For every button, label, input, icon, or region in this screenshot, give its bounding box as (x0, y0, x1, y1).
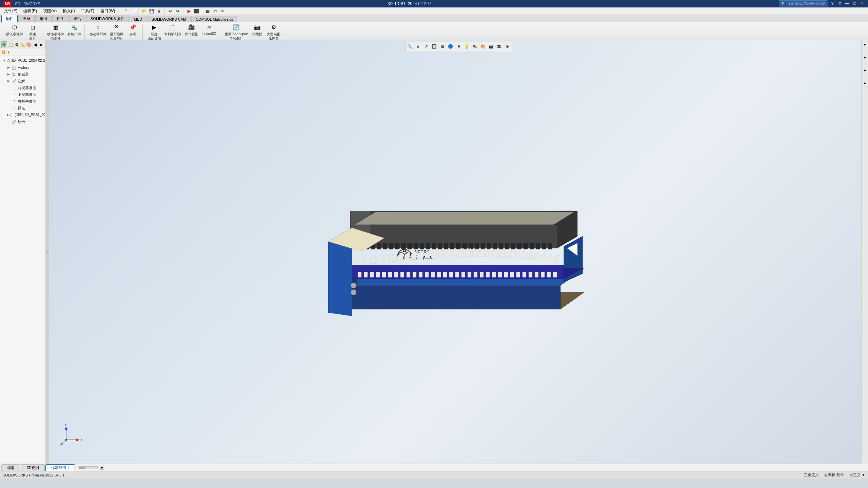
svg-rect-92 (407, 272, 410, 277)
right-panel-btn3[interactable]: ▶ (862, 67, 868, 73)
tree-fixed-part[interactable]: ▶ ⬡ (固定) 3D_PCB1_2024-02 (0, 111, 45, 118)
insert-component-btn[interactable]: ⬡ 插入零部件 (5, 22, 24, 42)
redo-button[interactable]: ↪ (174, 8, 181, 15)
motion-study-btn[interactable]: ▶ 新建运动算例 (146, 22, 162, 42)
vp-appearance-btn[interactable]: 🎨 (479, 43, 487, 50)
menu-edit[interactable]: 编辑(E) (21, 7, 40, 15)
tree-sensors[interactable]: ▶ 📡 传感器 (0, 71, 45, 78)
snapshot-btn[interactable]: 📷 拍快照 (250, 22, 265, 42)
vp-zoom-btn[interactable]: 🔍 (406, 43, 414, 50)
fixed-part-icon: ⬡ (10, 112, 14, 118)
vp-3d-btn[interactable]: 3D (496, 43, 503, 50)
scroll-thumb[interactable] (79, 467, 85, 469)
vp-scene-btn[interactable]: 🎭 (471, 43, 479, 50)
next-btn[interactable]: ▶ (39, 41, 44, 48)
feature-tree-btn[interactable]: 🌳 (1, 41, 7, 48)
appearance-btn[interactable]: 🎨 (26, 41, 32, 48)
tree-history[interactable]: ▶ 📋 History (0, 64, 45, 71)
settings-button[interactable]: ⚙ (837, 0, 843, 6)
vp-more-btn[interactable]: ⚙ (504, 43, 511, 50)
vp-frame-btn[interactable]: 🔲 (431, 43, 438, 50)
svg-marker-77 (513, 249, 518, 258)
smart-fastener-btn[interactable]: 🔩 智能扣件 (66, 22, 82, 42)
tree-right-plane[interactable]: ▶ ◻ 右视基准面 (0, 98, 45, 105)
snapshot-icon: 📷 (253, 23, 261, 31)
expand-button[interactable]: ≡ (219, 8, 226, 15)
tab-assembly[interactable]: 配件 (1, 15, 18, 22)
dim-expert-btn[interactable]: 📐 (20, 41, 25, 48)
property-manager-btn[interactable]: 📋 (8, 41, 13, 48)
settings-icon[interactable]: ⚙ (212, 8, 218, 15)
tree-notes[interactable]: ▶ 📝 注解 (0, 78, 45, 84)
play-button[interactable]: ▶ (185, 8, 192, 15)
reference-btn[interactable]: 📌 参考 (125, 22, 140, 42)
print-button[interactable]: 🖨 (156, 8, 162, 15)
tab-motion-study[interactable]: 运动算例 1 (45, 464, 75, 471)
vp-view-btn[interactable]: 🔵 (447, 43, 454, 50)
large-asm-btn[interactable]: ⚙ 大型装配体设置 (265, 22, 282, 42)
right-panel-btn4[interactable]: ▶ (862, 80, 868, 86)
vp-select-btn[interactable]: 🖱 (414, 43, 422, 50)
maximize-button[interactable]: □ (852, 0, 858, 6)
instant3d-btn[interactable]: 3D Instant3D (200, 22, 218, 42)
menu-file[interactable]: 文件(F) (1, 7, 20, 15)
new-part-btn[interactable]: ◻ 新建零件 (25, 22, 40, 42)
vp-section-btn[interactable]: ⊞ (439, 43, 446, 50)
tab-evaluate[interactable]: 详估 (69, 15, 85, 22)
tree-origin[interactable]: ▶ ✛ 原点 (0, 105, 45, 111)
menu-tools[interactable]: 工具(T) (78, 7, 97, 15)
insert-component-label: 插入零部件 (6, 32, 23, 37)
linear-pattern-btn[interactable]: ▦ 线性零部件的零件 (46, 22, 65, 42)
3d-viewport[interactable]: 🔍 🖱 ↗ 🔲 ⊞ 🔵 ■ 💡 🎭 🎨 📷 3D ⚙ (49, 40, 868, 464)
search-box[interactable]: 🔍 搜索 SOLIDWORKS 帮助 (779, 0, 828, 7)
grid-button[interactable]: ▦ (204, 8, 211, 15)
scroll-right-btn[interactable]: ▶ (100, 466, 104, 470)
config-manager-btn[interactable]: ⚙ (14, 41, 19, 48)
tab-comsol[interactable]: COMSOL Multiphysics (191, 16, 237, 22)
right-panel-btn1[interactable]: ▶ (862, 42, 868, 47)
tree-root[interactable]: ▼ ⬡ 3D_PCB1_2024-02-29 (默认) (0, 57, 45, 64)
menu-window[interactable]: 窗口(W) (98, 7, 118, 15)
undo-button[interactable]: ↩ (167, 8, 174, 15)
view-operation-btn[interactable]: 🎥 操作视图 (183, 22, 200, 42)
stop-button[interactable]: ⬛ (193, 8, 200, 15)
help-button[interactable]: ? (829, 0, 835, 6)
show-hide-btn[interactable]: 👁 显示隐藏的零部件 (108, 22, 125, 42)
move-component-btn[interactable]: ↕ 移动零部件 (88, 22, 108, 42)
tab-layout[interactable]: 布局 (18, 15, 35, 22)
vp-camera-btn[interactable]: 📷 (488, 43, 495, 50)
tab-sw-cam[interactable]: SOLIDWORKS CAM (147, 16, 191, 22)
save-button[interactable]: 💾 (148, 8, 155, 15)
panel-collapse-handle[interactable]: ‹ (46, 40, 49, 464)
minimize-button[interactable]: — (844, 0, 850, 6)
new-button[interactable]: 📄 (133, 8, 140, 15)
fully-defined-status: 完全定义 (804, 472, 819, 477)
vp-display-style-btn[interactable]: ■ (455, 43, 462, 50)
open-button[interactable]: 📂 (141, 8, 147, 15)
prev-btn[interactable]: ◀ (33, 41, 38, 48)
menu-insert[interactable]: 插入(I) (60, 7, 77, 15)
tree-assembly[interactable]: ▶ 🔗 配合 (0, 118, 45, 125)
tree-top-plane[interactable]: ▶ ◻ 上视基准面 (0, 91, 45, 98)
move-component-label: 移动零部件 (90, 32, 106, 37)
tab-sw-plugins[interactable]: SOLIDWORKS 插件 (86, 15, 129, 22)
tab-mbd[interactable]: MBD (130, 16, 146, 22)
vp-lights-btn[interactable]: 💡 (463, 43, 471, 50)
bom-btn[interactable]: 📋 材料明细表 (163, 22, 183, 42)
menu-view[interactable]: 视图(V) (40, 7, 59, 15)
scroll-track[interactable] (78, 466, 99, 469)
menu-help[interactable]: ? (122, 8, 130, 14)
custom-dropdown[interactable]: 自定义 ▼ (849, 472, 865, 477)
update-speedpak-btn[interactable]: 🔄 更新 Speedpak子装配件 (223, 22, 249, 42)
svg-rect-41 (548, 243, 552, 249)
vp-rotate-btn[interactable]: ↗ (422, 43, 430, 50)
right-panel-btn2[interactable]: ▶ (862, 55, 868, 60)
new-part-icon: ◻ (28, 23, 37, 31)
tree-front-plane[interactable]: ▶ ◻ 前视基准面 (0, 84, 45, 91)
tab-sketch[interactable]: 草图 (35, 15, 52, 22)
close-button[interactable]: ✕ (859, 0, 865, 6)
tab-annotation[interactable]: 标注 (52, 15, 68, 22)
tab-3dview[interactable]: 3D视图 (21, 464, 45, 471)
tab-model[interactable]: 模型 (1, 464, 20, 471)
titlebar-left: SW SOLIDWORKS (3, 1, 40, 7)
